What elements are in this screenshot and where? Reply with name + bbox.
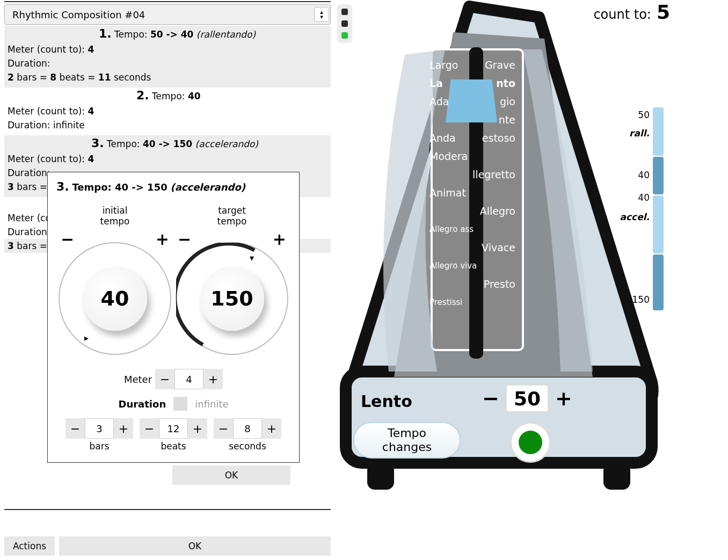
target-tempo-label: target tempo — [173, 205, 290, 227]
seconds-label: seconds — [229, 441, 266, 452]
initial-tempo-plus[interactable]: + — [156, 230, 169, 249]
title-updown-control[interactable]: ▴ ▾ — [314, 7, 329, 22]
timeline-label: 50 — [638, 110, 650, 120]
beats-input[interactable] — [159, 418, 188, 439]
tempo-timeline: 50 rall. 40 40 accel. 150 — [653, 107, 669, 311]
beats-label: beats — [161, 441, 186, 452]
svg-rect-1 — [367, 463, 394, 490]
duration-label: Duration — [118, 398, 166, 410]
timeline-segment[interactable] — [653, 254, 664, 310]
seconds-stepper: − + — [214, 418, 281, 439]
dialog-ok-button[interactable]: OK — [172, 466, 290, 485]
beats-stepper: − + — [140, 418, 207, 439]
timeline-segment[interactable] — [653, 107, 664, 156]
step-meta: Meter (count to): 4 Duration: infinite — [8, 104, 327, 132]
timeline-label: rall. — [629, 128, 650, 139]
infinite-label: infinite — [195, 398, 228, 410]
meter-label: Meter — [124, 374, 152, 385]
tempo-name: Lento — [361, 392, 412, 411]
initial-tempo-value: 40 — [83, 266, 147, 331]
timeline-label: accel. — [620, 212, 650, 222]
step-number: 1. — [99, 27, 112, 40]
bars-label: bars — [89, 441, 109, 452]
bars-stepper: − + — [65, 418, 133, 439]
step-meta: Meter (count to): 4 Duration: 2 bars = 8… — [8, 42, 327, 84]
panel-ok-button[interactable]: OK — [59, 536, 331, 556]
chevron-down-icon: ▾ — [320, 14, 323, 19]
tempo-value-input[interactable] — [506, 384, 549, 412]
beats-minus[interactable]: − — [140, 418, 159, 439]
tempo-control: − + — [481, 384, 573, 412]
initial-tempo-minus[interactable]: − — [61, 230, 74, 249]
dial-tick-icon: ▸ — [84, 333, 89, 343]
timeline-label: 40 — [638, 170, 650, 180]
target-tempo-block: target tempo − + 150 ▾ — [173, 205, 290, 355]
edit-step-dialog: 3. Tempo: 40 -> 150 (accelerando) initia… — [47, 172, 300, 463]
initial-tempo-label: initial tempo — [56, 205, 173, 227]
step-number: 3. — [91, 136, 104, 150]
meter-input[interactable] — [174, 369, 203, 389]
timeline-segment[interactable] — [653, 157, 664, 194]
timeline-segment[interactable] — [653, 195, 664, 253]
initial-tempo-dial[interactable]: 40 ▸ — [59, 242, 171, 355]
bars-input[interactable] — [85, 418, 114, 439]
seconds-plus[interactable]: + — [262, 418, 281, 439]
step-1[interactable]: 1. Tempo: 50 -> 40 (rallentando) Meter (… — [4, 26, 331, 88]
step-number: 2. — [136, 89, 149, 102]
timeline-label: 40 — [638, 192, 650, 203]
svg-rect-2 — [603, 463, 630, 490]
initial-tempo-block: initial tempo − + 40 ▸ — [56, 205, 173, 355]
meter-plus[interactable]: + — [203, 369, 223, 389]
tempo-minus-button[interactable]: − — [481, 385, 500, 412]
tempo-changes-button[interactable]: Tempo changes — [353, 422, 461, 459]
composition-title-input[interactable] — [12, 9, 314, 20]
dial-tick-icon: ▾ — [250, 253, 254, 263]
beats-plus[interactable]: + — [188, 418, 207, 439]
bars-minus[interactable]: − — [65, 418, 85, 439]
dialog-title: 3. Tempo: 40 -> 150 (accelerando) — [56, 180, 290, 193]
bottom-bar: Actions OK — [4, 536, 331, 556]
seconds-input[interactable] — [233, 418, 262, 439]
timeline-label: 150 — [632, 294, 650, 305]
target-tempo-dial[interactable]: 150 ▾ — [176, 242, 288, 355]
meter-minus[interactable]: − — [155, 369, 174, 389]
dial-arc-icon — [176, 243, 290, 357]
play-button[interactable] — [510, 422, 551, 463]
actions-button[interactable]: Actions — [4, 536, 55, 556]
play-icon — [519, 431, 542, 454]
infinite-checkbox[interactable] — [173, 397, 187, 411]
meter-stepper: − + — [155, 369, 223, 389]
tempo-scale: LargoGrave Lanto Adagio nte Andaestoso M… — [429, 56, 515, 311]
step-2[interactable]: 2. Tempo: 40 Meter (count to): 4 Duratio… — [4, 88, 331, 135]
title-row: ▴ ▾ — [4, 4, 331, 25]
tempo-plus-button[interactable]: + — [554, 385, 573, 412]
seconds-minus[interactable]: − — [214, 418, 233, 439]
bars-plus[interactable]: + — [114, 418, 133, 439]
